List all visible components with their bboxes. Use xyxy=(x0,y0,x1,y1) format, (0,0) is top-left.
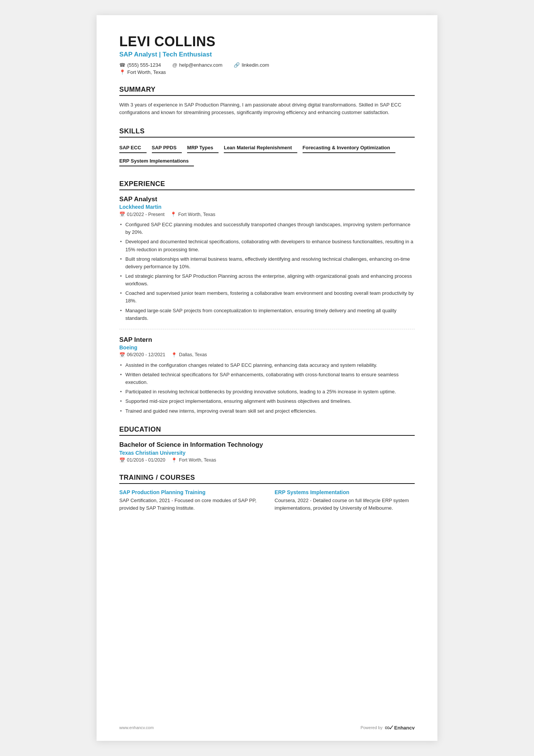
location-text: Fort Worth, Texas xyxy=(127,69,166,75)
contact-row: ☎ (555) 555-1234 @ help@enhancv.com 🔗 li… xyxy=(119,62,415,68)
skills-section: SKILLS SAP ECCSAP PPDSMRP TypesLean Mate… xyxy=(119,127,415,169)
resume-page: LEVI COLLINS SAP Analyst | Tech Enthusia… xyxy=(97,15,437,741)
bullet-item: Participated in resolving technical bott… xyxy=(119,388,415,396)
job-location-item: 📍 Dallas, Texas xyxy=(171,352,207,358)
job-title: SAP Intern xyxy=(119,336,415,344)
linkedin-url: linkedin.com xyxy=(242,62,269,68)
training-item-text: Coursera, 2022 - Detailed course on full… xyxy=(275,497,415,512)
location-pin-icon: 📍 xyxy=(170,211,176,217)
edu-meta: 📅 01/2016 - 01/2020 📍 Fort Worth, Texas xyxy=(119,457,415,463)
footer-powered-by: Powered by ∞✓ Enhancv xyxy=(361,723,415,732)
candidate-name: LEVI COLLINS xyxy=(119,34,415,49)
edu-degree: Bachelor of Science in Information Techn… xyxy=(119,441,415,449)
experience-heading: EXPERIENCE xyxy=(119,180,415,190)
skill-item: Lean Material Replenishment xyxy=(224,143,297,153)
logo-symbol: ∞✓ xyxy=(385,723,393,732)
training-section: TRAINING / COURSES SAP Production Planni… xyxy=(119,474,415,512)
bullet-item: Written detailed technical specification… xyxy=(119,371,415,386)
edu-school: Texas Christian University xyxy=(119,450,415,456)
training-heading: TRAINING / COURSES xyxy=(119,474,415,484)
linkedin-item: 🔗 linkedin.com xyxy=(234,62,269,68)
job-dates-item: 📅 06/2020 - 12/2021 xyxy=(119,352,165,358)
job-block: SAP AnalystLockheed Martin 📅 01/2022 - P… xyxy=(119,196,415,322)
bullet-item: Configured SAP ECC planning modules and … xyxy=(119,221,415,236)
candidate-title: SAP Analyst | Tech Enthusiast xyxy=(119,51,415,58)
training-item: ERP Systems ImplementationCoursera, 2022… xyxy=(275,489,415,512)
company-name: Boeing xyxy=(119,344,415,351)
skills-grid: SAP ECCSAP PPDSMRP TypesLean Material Re… xyxy=(119,143,415,169)
email-item: @ help@enhancv.com xyxy=(172,62,222,68)
enhancv-logo: ∞✓ Enhancv xyxy=(385,723,415,732)
linkedin-icon: 🔗 xyxy=(234,62,240,68)
bullet-item: Led strategic planning for SAP Productio… xyxy=(119,272,415,288)
jobs-container: SAP AnalystLockheed Martin 📅 01/2022 - P… xyxy=(119,196,415,415)
job-divider xyxy=(119,329,415,329)
job-dates: 06/2020 - 12/2021 xyxy=(127,352,165,357)
education-section: EDUCATION Bachelor of Science in Informa… xyxy=(119,426,415,463)
summary-section: SUMMARY With 3 years of experience in SA… xyxy=(119,86,415,117)
bullet-item: Trained and guided new interns, improvin… xyxy=(119,407,415,415)
page-footer: www.enhancv.com Powered by ∞✓ Enhancv xyxy=(119,723,415,732)
training-container: SAP Production Planning TrainingSAP Cert… xyxy=(119,489,415,512)
training-item-title: SAP Production Planning Training xyxy=(119,489,259,495)
calendar-icon: 📅 xyxy=(119,457,125,463)
training-item-text: SAP Certification, 2021 - Focused on cor… xyxy=(119,497,259,512)
bullet-item: Supported mid-size project implementatio… xyxy=(119,398,415,405)
location-row: 📍 Fort Worth, Texas xyxy=(119,69,415,75)
company-name: Lockheed Martin xyxy=(119,204,415,210)
job-meta: 📅 06/2020 - 12/2021 📍 Dallas, Texas xyxy=(119,352,415,358)
skill-item: ERP System Implementations xyxy=(119,156,194,166)
edu-location-icon: 📍 xyxy=(171,457,177,463)
job-meta: 📅 01/2022 - Present 📍 Fort Worth, Texas xyxy=(119,211,415,217)
job-dates-item: 📅 01/2022 - Present xyxy=(119,211,164,217)
skills-heading: SKILLS xyxy=(119,127,415,138)
bullet-item: Coached and supervised junior team membe… xyxy=(119,290,415,305)
calendar-icon: 📅 xyxy=(119,352,125,358)
training-item-title: ERP Systems Implementation xyxy=(275,489,415,495)
experience-section: EXPERIENCE SAP AnalystLockheed Martin 📅 … xyxy=(119,180,415,415)
location-icon: 📍 xyxy=(119,69,125,75)
job-bullets: Assisted in the configuration changes re… xyxy=(119,362,415,415)
job-block: SAP InternBoeing 📅 06/2020 - 12/2021 📍 D… xyxy=(119,336,415,415)
edu-dates: 01/2016 - 01/2020 xyxy=(127,457,165,463)
phone-icon: ☎ xyxy=(119,62,125,68)
skill-item: SAP PPDS xyxy=(152,143,182,153)
bullet-item: Managed large-scale SAP projects from co… xyxy=(119,307,415,322)
edu-location: Fort Worth, Texas xyxy=(179,457,216,463)
email-address: help@enhancv.com xyxy=(179,62,222,68)
phone-item: ☎ (555) 555-1234 xyxy=(119,62,161,68)
skill-item: MRP Types xyxy=(187,143,219,153)
edu-dates-item: 📅 01/2016 - 01/2020 xyxy=(119,457,165,463)
training-item: SAP Production Planning TrainingSAP Cert… xyxy=(119,489,259,512)
bullet-item: Developed and documented technical speci… xyxy=(119,238,415,253)
job-dates: 01/2022 - Present xyxy=(127,212,164,217)
calendar-icon: 📅 xyxy=(119,211,125,217)
email-icon: @ xyxy=(172,62,177,68)
footer-url: www.enhancv.com xyxy=(119,725,154,730)
summary-text: With 3 years of experience in SAP Produc… xyxy=(119,101,415,117)
skill-item: SAP ECC xyxy=(119,143,147,153)
job-location-item: 📍 Fort Worth, Texas xyxy=(170,211,215,217)
job-bullets: Configured SAP ECC planning modules and … xyxy=(119,221,415,322)
skill-item: Forecasting & Inventory Optimization xyxy=(303,143,395,153)
job-location: Fort Worth, Texas xyxy=(178,212,215,217)
edu-location-item: 📍 Fort Worth, Texas xyxy=(171,457,216,463)
header-section: LEVI COLLINS SAP Analyst | Tech Enthusia… xyxy=(119,34,415,75)
summary-heading: SUMMARY xyxy=(119,86,415,96)
education-heading: EDUCATION xyxy=(119,426,415,436)
bullet-item: Assisted in the configuration changes re… xyxy=(119,362,415,369)
powered-by-label: Powered by xyxy=(361,725,383,730)
bullet-item: Built strong relationships with internal… xyxy=(119,255,415,271)
location-item: 📍 Fort Worth, Texas xyxy=(119,69,166,75)
phone-number: (555) 555-1234 xyxy=(127,62,161,68)
job-location: Dallas, Texas xyxy=(179,352,207,357)
job-title: SAP Analyst xyxy=(119,196,415,203)
location-pin-icon: 📍 xyxy=(171,352,177,358)
brand-name: Enhancv xyxy=(394,725,415,731)
